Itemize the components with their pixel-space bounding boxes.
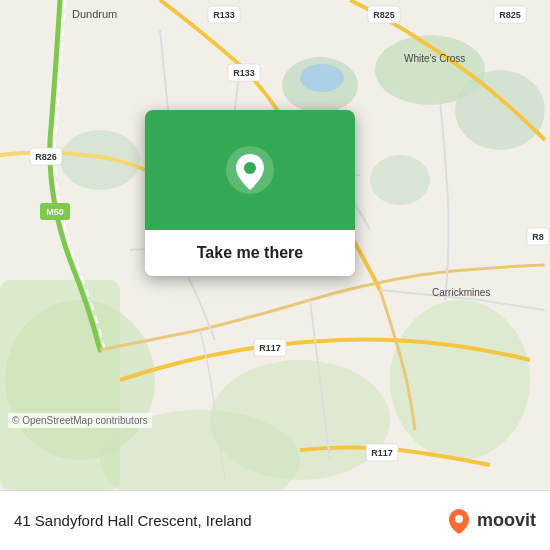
svg-text:R133: R133: [213, 10, 235, 20]
popup-card[interactable]: Take me there: [145, 110, 355, 276]
svg-text:M50: M50: [46, 207, 64, 217]
address-text: 41 Sandyford Hall Crescent, Ireland: [14, 512, 435, 529]
svg-text:R117: R117: [371, 448, 393, 458]
svg-text:White's Cross: White's Cross: [404, 53, 465, 64]
copyright-text: © OpenStreetMap contributors: [8, 413, 152, 428]
popup-green-header: [145, 110, 355, 230]
svg-text:R133: R133: [233, 68, 255, 78]
svg-point-35: [455, 515, 463, 523]
svg-text:R825: R825: [499, 10, 521, 20]
svg-text:R117: R117: [259, 343, 281, 353]
svg-text:R825: R825: [373, 10, 395, 20]
svg-text:Dundrum: Dundrum: [72, 8, 117, 20]
svg-point-11: [300, 64, 344, 92]
moovit-pin-icon: [445, 507, 473, 535]
svg-point-9: [60, 130, 140, 190]
moovit-brand-text: moovit: [477, 510, 536, 531]
svg-point-6: [390, 300, 530, 460]
location-pin-icon: [224, 144, 276, 196]
map-container: R133 R133 R825 R825 R826 M50 R117 R117 R…: [0, 0, 550, 490]
svg-text:Carrickmines: Carrickmines: [432, 287, 490, 298]
take-me-there-button[interactable]: Take me there: [145, 230, 355, 276]
svg-point-34: [244, 162, 256, 174]
moovit-logo: moovit: [445, 507, 536, 535]
svg-point-10: [370, 155, 430, 205]
svg-point-3: [455, 70, 545, 150]
svg-text:R826: R826: [35, 152, 57, 162]
bottom-bar: 41 Sandyford Hall Crescent, Ireland moov…: [0, 490, 550, 550]
svg-text:R8: R8: [532, 232, 544, 242]
